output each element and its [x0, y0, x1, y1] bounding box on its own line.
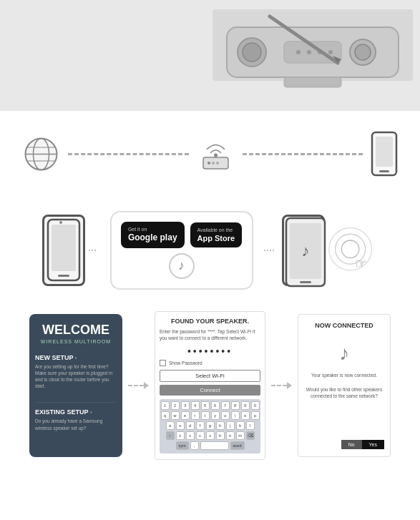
new-setup-option: NEW SETUP › Are you setting up for the f…	[35, 354, 117, 389]
svg-rect-27	[379, 170, 389, 172]
yes-no-bar: No Yes	[304, 440, 384, 449]
key-space[interactable]	[200, 441, 229, 450]
phone-right: ♪	[282, 215, 325, 286]
connect-button[interactable]: Connect	[160, 385, 260, 396]
globe-icon-container	[21, 134, 61, 174]
yes-button[interactable]: Yes	[362, 440, 384, 449]
phone-left	[42, 215, 85, 286]
key-3[interactable]: 3	[181, 401, 190, 410]
key-d[interactable]: d	[186, 421, 195, 430]
connected-title: NOW CONNECTED	[304, 322, 384, 329]
svg-point-22	[207, 162, 210, 165]
new-setup-title[interactable]: NEW SETUP ›	[35, 354, 117, 361]
key-c[interactable]: c	[196, 431, 205, 440]
password-field[interactable]: ••••••••	[160, 345, 260, 357]
key-r[interactable]: r	[191, 411, 200, 420]
app-store-name-label: App Store	[197, 233, 235, 243]
show-password-row: Show Password	[160, 360, 260, 366]
key-u[interactable]: u	[221, 411, 230, 420]
key-y[interactable]: y	[211, 411, 220, 420]
key-f[interactable]: f	[196, 421, 205, 430]
setup-divider	[35, 402, 117, 403]
key-o[interactable]: o	[241, 411, 250, 420]
app-store-button[interactable]: Available on the App Store	[190, 222, 243, 247]
connected-description: Your speaker is now connected. Would you…	[304, 372, 384, 434]
svg-point-10	[328, 50, 333, 54]
keyboard-row-5: sym , word	[161, 441, 259, 450]
key-p[interactable]: p	[251, 411, 260, 420]
svg-point-3	[243, 43, 261, 62]
dashed-arrow-1	[128, 382, 149, 389]
svg-point-23	[212, 162, 215, 165]
key-e[interactable]: e	[181, 411, 190, 420]
svg-rect-13	[284, 77, 341, 87]
key-k[interactable]: k	[236, 421, 245, 430]
found-speaker-screen: FOUND YOUR SPEAKER. Enter the password f…	[155, 311, 265, 460]
key-2[interactable]: 2	[171, 401, 180, 410]
key-8[interactable]: 8	[231, 401, 240, 410]
key-z[interactable]: z	[176, 431, 185, 440]
key-g[interactable]: g	[206, 421, 215, 430]
top-section	[0, 0, 420, 111]
keyboard: 1 2 3 4 5 6 7 8 9 0 q w e r t y u i o	[160, 399, 260, 453]
dashed-line-1	[68, 153, 189, 155]
connected-screen: NOW CONNECTED ♪ Your speaker is now conn…	[298, 314, 391, 457]
key-sym[interactable]: sym	[176, 441, 189, 450]
music-note-large-icon: ♪	[304, 342, 384, 365]
router-icon-container	[196, 134, 235, 174]
key-9[interactable]: 9	[241, 401, 250, 410]
key-q[interactable]: q	[161, 411, 170, 420]
key-1[interactable]: 1	[161, 401, 170, 410]
store-buttons: Get it on Google play Available on the A…	[121, 222, 242, 248]
key-m[interactable]: m	[236, 431, 245, 440]
key-h[interactable]: h	[216, 421, 225, 430]
google-play-button[interactable]: Get it on Google play	[121, 222, 185, 248]
svg-point-31	[59, 221, 62, 224]
ripple-effect: ☞	[328, 225, 379, 275]
svg-rect-30	[58, 275, 69, 277]
svg-rect-29	[52, 225, 76, 271]
existing-setup-title[interactable]: EXISTING SETUP ›	[35, 408, 117, 416]
key-7[interactable]: 7	[221, 401, 230, 410]
key-v[interactable]: v	[206, 431, 215, 440]
key-b[interactable]: b	[216, 431, 225, 440]
welcome-subtitle: WIRELESS MULTIROOM	[35, 339, 117, 344]
svg-point-8	[307, 50, 311, 54]
select-wifi-button[interactable]: Select Wi-Fi	[160, 370, 260, 382]
svg-point-24	[216, 162, 219, 165]
keyboard-row-2: q w e r t y u i o p	[161, 411, 259, 420]
existing-setup-option: EXISTING SETUP › Do you already have a S…	[35, 408, 117, 431]
no-button[interactable]: No	[341, 440, 362, 449]
key-word[interactable]: word	[230, 441, 245, 450]
key-t[interactable]: t	[201, 411, 210, 420]
key-0[interactable]: 0	[251, 401, 260, 410]
svg-text:♪: ♪	[301, 242, 309, 260]
key-l[interactable]: l	[246, 421, 255, 430]
speaker-illustration	[213, 9, 413, 102]
keyboard-row-3: a s d f g h j k l	[161, 421, 259, 430]
key-w[interactable]: w	[171, 411, 180, 420]
app-store-available-label: Available on the	[197, 227, 233, 233]
key-4[interactable]: 4	[191, 401, 200, 410]
key-i[interactable]: i	[231, 411, 240, 420]
store-box: Get it on Google play Available on the A…	[110, 211, 253, 290]
key-j[interactable]: j	[226, 421, 235, 430]
key-5[interactable]: 5	[201, 401, 210, 410]
show-password-checkbox[interactable]	[160, 360, 166, 366]
existing-setup-desc: Do you already have a Samsung wireless s…	[35, 418, 117, 431]
key-backspace[interactable]: ⌫	[246, 431, 255, 440]
key-x[interactable]: x	[186, 431, 195, 440]
welcome-screen: WELCOME WIRELESS MULTIROOM NEW SETUP › A…	[29, 314, 122, 457]
key-n[interactable]: n	[226, 431, 235, 440]
key-a[interactable]: a	[166, 421, 175, 430]
svg-text:☞: ☞	[354, 256, 366, 271]
key-shift[interactable]: ↑	[166, 431, 175, 440]
new-setup-desc: Are you setting up for the first time? M…	[35, 363, 117, 389]
found-speaker-desc: Enter the password for ****. Tap Select …	[160, 328, 260, 341]
key-6[interactable]: 6	[211, 401, 220, 410]
key-s[interactable]: s	[176, 421, 185, 430]
dashed-line-2	[243, 153, 363, 155]
connected-desc1: Your speaker is now connected.	[311, 373, 377, 378]
svg-rect-26	[376, 137, 393, 167]
key-comma[interactable]: ,	[190, 441, 199, 450]
